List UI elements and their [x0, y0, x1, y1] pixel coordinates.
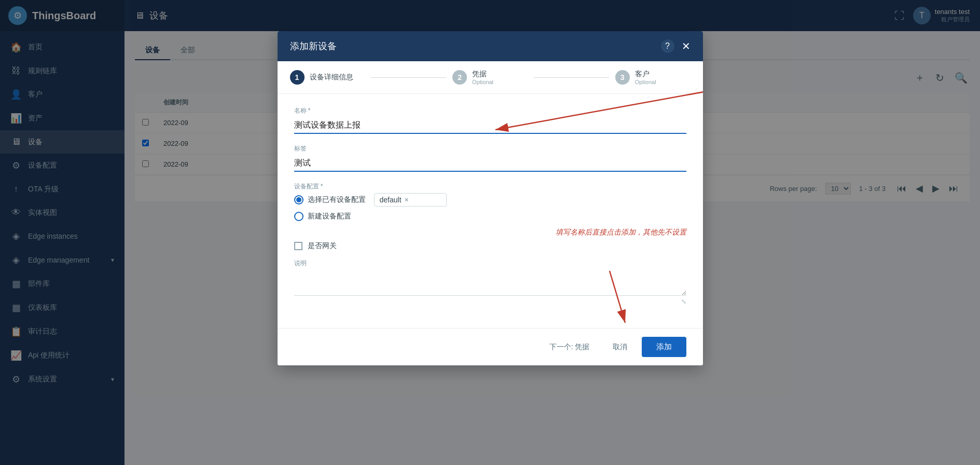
step-circle-3: 3 [615, 70, 630, 85]
step-2: 2 凭据 Optional [452, 70, 528, 85]
profile-section-label: 设备配置 * [294, 182, 686, 191]
step-info-3: 客户 Optional [635, 70, 656, 85]
name-label: 名称 * [294, 106, 686, 115]
resize-handle: ⤡ [294, 298, 686, 305]
add-button[interactable]: 添加 [642, 337, 686, 357]
annotation-text: 填写名称后直接点击添加，其他先不设置 [556, 228, 686, 236]
name-input[interactable] [294, 117, 686, 134]
modal-title: 添加新设备 [290, 40, 337, 52]
desc-field: 说明 ⤡ [294, 259, 686, 305]
profile-existing-option[interactable]: 选择已有设备配置 [294, 195, 366, 204]
step-info-1: 设备详细信息 [310, 73, 353, 82]
radio-new-label: 新建设备配置 [308, 212, 351, 221]
profile-section: 设备配置 * 选择已有设备配置 default × [294, 182, 686, 221]
modal-body: 名称 * 标签 设备配置 * 选择已有设备配置 [278, 94, 703, 328]
step-label-2: 凭据 [472, 70, 493, 79]
annotation-container: 填写名称后直接点击添加，其他先不设置 [294, 227, 686, 237]
profile-new-option[interactable]: 新建设备配置 [294, 212, 686, 221]
help-button[interactable]: ? [661, 39, 674, 53]
step-3: 3 客户 Optional [615, 70, 691, 85]
modal-footer: 下一个: 凭据 取消 添加 [278, 328, 703, 365]
step-sub-3: Optional [635, 79, 656, 85]
profile-options: 选择已有设备配置 default × 新建设备配置 [294, 193, 686, 221]
is-gateway-label: 是否网关 [308, 241, 337, 251]
radio-existing-label: 选择已有设备配置 [308, 195, 366, 204]
modal-footer-container: 下一个: 凭据 取消 添加 [278, 328, 703, 365]
add-device-modal: 添加新设备 ? ✕ 1 设备详细信息 2 凭据 [278, 31, 703, 365]
step-label-3: 客户 [635, 70, 656, 79]
tag-field: 标签 [294, 144, 686, 172]
step-circle-1: 1 [290, 70, 305, 85]
radio-new [294, 212, 303, 221]
modal-header: 添加新设备 ? ✕ [278, 31, 703, 61]
tag-label: 标签 [294, 144, 686, 153]
step-circle-2: 2 [452, 70, 467, 85]
profile-chip-clear[interactable]: × [405, 196, 409, 204]
step-label-1: 设备详细信息 [310, 73, 353, 82]
step-info-2: 凭据 Optional [472, 70, 493, 85]
desc-textarea[interactable] [294, 270, 686, 296]
profile-chip-value: default [380, 196, 402, 204]
radio-existing [294, 195, 303, 204]
modal-overlay: 添加新设备 ? ✕ 1 设备详细信息 2 凭据 [0, 0, 980, 465]
step-sub-2: Optional [472, 79, 493, 85]
tag-input[interactable] [294, 155, 686, 172]
close-button[interactable]: ✕ [682, 40, 691, 52]
is-gateway-row[interactable]: 是否网关 [294, 241, 686, 251]
step-line-2 [534, 77, 609, 78]
step-line-1 [371, 77, 446, 78]
next-button[interactable]: 下一个: 凭据 [541, 338, 598, 356]
name-field: 名称 * [294, 106, 686, 134]
profile-chip: default × [374, 193, 447, 207]
modal-stepper: 1 设备详细信息 2 凭据 Optional 3 [278, 61, 703, 94]
step-1: 1 设备详细信息 [290, 70, 365, 85]
modal-header-actions: ? ✕ [661, 39, 691, 53]
desc-label: 说明 [294, 259, 686, 268]
profile-existing-row: 选择已有设备配置 default × [294, 193, 686, 207]
cancel-button[interactable]: 取消 [604, 338, 636, 356]
is-gateway-checkbox[interactable] [294, 242, 302, 250]
